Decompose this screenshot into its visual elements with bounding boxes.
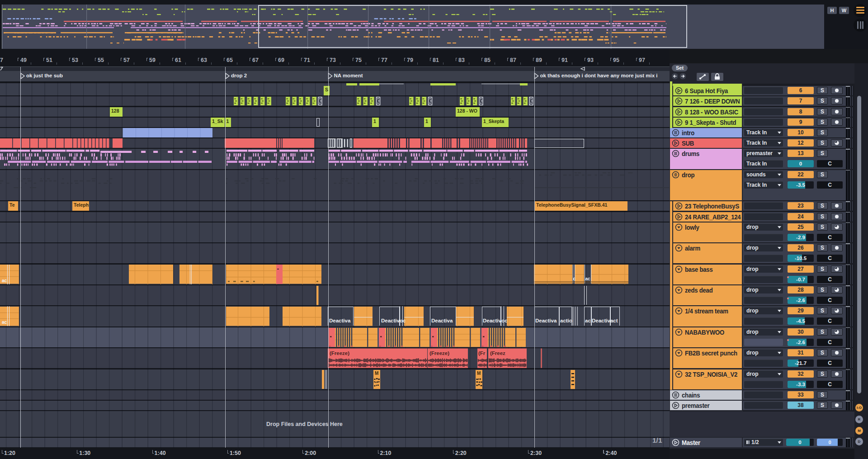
svg-text:M: M (477, 371, 481, 376)
svg-text:M: M (375, 371, 378, 376)
